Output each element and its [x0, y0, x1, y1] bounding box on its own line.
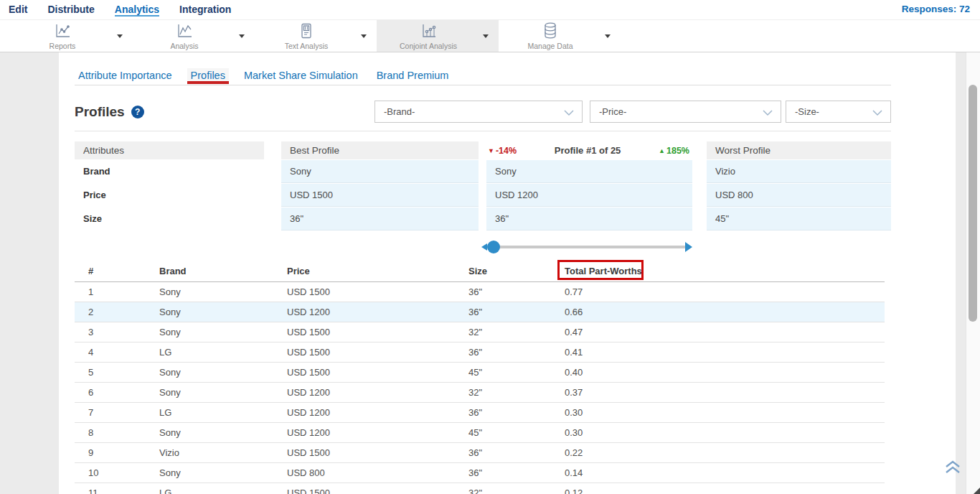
better-than-worst-pct: ▲185%	[659, 146, 689, 156]
cell-size: 32"	[468, 382, 565, 402]
worst-profile-size: 45"	[707, 208, 891, 230]
chevron-down-icon[interactable]	[483, 34, 489, 38]
brand-filter-dropdown[interactable]: -Brand-	[374, 101, 583, 123]
cell-price: USD 1500	[287, 281, 468, 302]
tab-attribute-importance[interactable]: Attribute Importance	[75, 68, 176, 84]
table-row[interactable]: 9VizioUSD 150036"0.22	[75, 442, 885, 462]
cell-size: 36"	[468, 281, 565, 302]
help-icon[interactable]: ?	[131, 106, 144, 118]
table-row[interactable]: 5SonyUSD 150045"0.40	[75, 362, 885, 382]
cell-total: 0.40	[565, 362, 885, 382]
cell-brand: Sony	[159, 302, 287, 322]
cell-total: 0.77	[565, 281, 885, 302]
cell-size: 32"	[468, 322, 565, 342]
top-nav: Edit Distribute Analytics Integration Re…	[0, 0, 980, 20]
trend-chart-icon	[175, 22, 194, 40]
cell-price: USD 1500	[287, 342, 468, 362]
current-profile-size: 36"	[486, 208, 692, 230]
scrollbar-track[interactable]	[966, 52, 980, 494]
profile-slider-track[interactable]	[494, 246, 690, 248]
toolbar-item-analysis[interactable]: Analysis	[133, 20, 255, 52]
best-profile-size: 36"	[281, 208, 479, 230]
table-row[interactable]: 8SonyUSD 120045"0.30	[75, 422, 885, 442]
table-row[interactable]: 1SonyUSD 150036"0.77	[75, 281, 885, 302]
chevron-down-icon[interactable]	[605, 34, 611, 38]
chevron-down-icon	[564, 110, 574, 116]
cell-size: 36"	[468, 462, 565, 483]
cell-num: 7	[75, 402, 159, 422]
nav-item-integration[interactable]: Integration	[179, 4, 231, 17]
toolbar-item-text-analysis[interactable]: Text Analysis	[255, 20, 377, 52]
worst-profile-price: USD 800	[707, 184, 891, 207]
slider-pointer-icon	[481, 243, 487, 251]
cell-price: USD 1200	[287, 302, 468, 322]
table-row[interactable]: 11LGUSD 150032"0.12	[75, 483, 885, 494]
cell-total: 0.66	[565, 302, 885, 322]
toolbar-item-reports[interactable]: Reports	[11, 20, 133, 52]
cell-total: 0.30	[565, 422, 885, 442]
cell-price: USD 1500	[287, 362, 468, 382]
cell-total: 0.12	[565, 483, 885, 494]
col-header-price[interactable]: Price	[287, 261, 468, 281]
price-filter-dropdown[interactable]: -Price-	[590, 101, 781, 123]
toolbar-item-manage-data[interactable]: Manage Data	[499, 20, 621, 52]
toolbar-item-conjoint-analysis[interactable]: Conjoint Analysis	[377, 20, 499, 52]
best-profile-price: USD 1500	[281, 184, 479, 207]
table-row[interactable]: 3SonyUSD 150032"0.47	[75, 322, 885, 342]
slider-next-arrow-icon[interactable]	[685, 242, 692, 252]
size-filter-value: -Size-	[795, 106, 819, 117]
cell-size: 32"	[468, 483, 565, 494]
profile-counter: Profile #1 of 25	[555, 145, 621, 156]
cell-num: 2	[75, 302, 159, 322]
nav-item-edit[interactable]: Edit	[9, 4, 27, 17]
title-divider	[75, 131, 891, 131]
cell-size: 45"	[468, 362, 565, 382]
cell-brand: Vizio	[159, 442, 287, 462]
chevron-down-icon[interactable]	[117, 34, 123, 38]
table-body: 1SonyUSD 150036"0.772SonyUSD 120036"0.66…	[75, 281, 885, 494]
cell-num: 9	[75, 442, 159, 462]
nav-item-analytics[interactable]: Analytics	[115, 4, 159, 17]
resize-grip-icon	[974, 488, 980, 494]
part-worths-table: # Brand Price Size Total Part-Worths 1So…	[75, 261, 885, 494]
col-header-size[interactable]: Size	[468, 261, 565, 281]
triangle-down-icon: ▼	[488, 147, 494, 154]
table-row[interactable]: 7LGUSD 120036"0.30	[75, 402, 885, 422]
attributes-column: Attributes Brand Price Size	[75, 141, 264, 230]
chevron-down-icon[interactable]	[239, 34, 245, 38]
nav-item-distribute[interactable]: Distribute	[47, 4, 94, 17]
cell-price: USD 1200	[287, 382, 468, 402]
page-title: Profiles	[75, 104, 125, 120]
scatter-chart-icon	[419, 22, 438, 40]
col-header-num[interactable]: #	[75, 261, 159, 281]
scrollbar-thumb[interactable]	[969, 85, 977, 322]
toolbar-item-label: Conjoint Analysis	[400, 42, 457, 50]
cell-total: 0.41	[565, 342, 885, 362]
profile-slider-handle[interactable]	[487, 241, 500, 253]
tab-market-share-simulation[interactable]: Market Share Simulation	[240, 68, 362, 84]
current-profile-price: USD 1200	[486, 184, 692, 207]
col-header-total-part-worths[interactable]: Total Part-Worths	[565, 261, 885, 281]
scroll-to-top-button[interactable]	[944, 460, 961, 475]
tab-profiles[interactable]: Profiles	[187, 68, 229, 84]
col-header-brand[interactable]: Brand	[159, 261, 287, 281]
document-icon	[297, 22, 316, 40]
table-row[interactable]: 2SonyUSD 120036"0.66	[75, 302, 885, 322]
tabs-divider	[75, 85, 891, 85]
brand-filter-value: -Brand-	[384, 106, 415, 117]
cell-brand: Sony	[159, 322, 287, 342]
table-row[interactable]: 6SonyUSD 120032"0.37	[75, 382, 885, 402]
chevron-down-icon[interactable]	[361, 34, 367, 38]
cell-price: USD 800	[287, 462, 468, 483]
cell-brand: Sony	[159, 422, 287, 442]
cell-price: USD 1500	[287, 322, 468, 342]
table-row[interactable]: 10SonyUSD 80036"0.14	[75, 462, 885, 483]
size-filter-dropdown[interactable]: -Size-	[786, 101, 891, 123]
toolbar-item-label: Reports	[50, 42, 76, 50]
table-row[interactable]: 4LGUSD 150036"0.41	[75, 342, 885, 362]
cell-total: 0.22	[565, 442, 885, 462]
cell-brand: Sony	[159, 281, 287, 302]
tab-brand-premium[interactable]: Brand Premium	[373, 68, 453, 84]
cell-total: 0.14	[565, 462, 885, 483]
triangle-up-icon: ▲	[659, 147, 665, 154]
